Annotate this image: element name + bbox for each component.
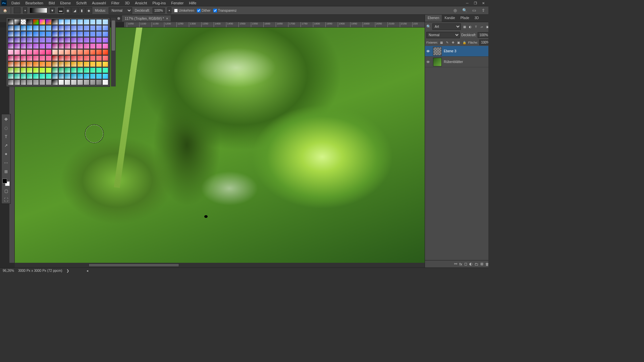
gradient-swatch[interactable] — [96, 37, 102, 43]
gradient-swatch[interactable] — [26, 19, 33, 25]
gradient-swatch[interactable] — [8, 37, 14, 43]
gradient-swatch[interactable] — [96, 49, 102, 55]
gradient-swatch[interactable] — [20, 43, 26, 49]
gradient-radial-icon[interactable]: ◉ — [64, 7, 71, 14]
gradient-swatch[interactable] — [84, 31, 90, 37]
gradient-swatch[interactable] — [46, 43, 52, 49]
gradient-swatch[interactable] — [33, 79, 39, 85]
gradient-swatch[interactable] — [14, 55, 20, 61]
fill-input[interactable] — [479, 40, 488, 45]
document-tab[interactable]: 117% (Tropfen, RGB/8#) * × — [122, 15, 171, 21]
modus-select[interactable]: Normal — [109, 7, 132, 14]
gradient-swatch[interactable] — [39, 37, 45, 43]
mask-icon[interactable]: ◻ — [464, 262, 467, 266]
gradient-swatch[interactable] — [102, 37, 108, 43]
menu-filter[interactable]: Filter — [109, 0, 122, 6]
gradient-swatch[interactable] — [84, 49, 90, 55]
blend-mode-select[interactable]: Normal — [426, 32, 460, 38]
gradient-swatch[interactable] — [33, 61, 39, 67]
gradient-swatch[interactable] — [20, 61, 26, 67]
window-minimize[interactable]: ─ — [464, 0, 471, 6]
gradient-swatch[interactable] — [8, 49, 14, 55]
gradient-swatch[interactable] — [26, 37, 33, 43]
window-restore[interactable]: ❐ — [472, 0, 479, 6]
gradient-swatch[interactable] — [46, 49, 52, 55]
gradient-swatch[interactable] — [58, 25, 64, 31]
gradient-swatch[interactable] — [14, 49, 20, 55]
gradient-swatch[interactable] — [8, 73, 14, 79]
gradient-swatch[interactable] — [46, 55, 52, 61]
gradient-swatch[interactable] — [20, 49, 26, 55]
gradient-swatch[interactable] — [39, 49, 45, 55]
layer-row[interactable]: 👁 Ebene 3 — [425, 46, 488, 57]
gradient-swatch[interactable] — [52, 43, 58, 49]
gradient-swatch[interactable] — [96, 55, 102, 61]
filter-type-icon[interactable]: T — [474, 24, 478, 29]
fx-icon[interactable]: fx — [459, 262, 462, 266]
screenmode-icon[interactable]: ⛶ — [2, 196, 10, 203]
tab-ebenen[interactable]: Ebenen — [425, 15, 442, 22]
home-icon[interactable]: 🏠 — [2, 7, 8, 13]
gradient-swatch[interactable] — [102, 25, 108, 31]
dither-check[interactable]: Dither — [197, 9, 211, 12]
gradient-swatch[interactable] — [64, 49, 70, 55]
gradient-swatch[interactable] — [77, 73, 83, 79]
lock-all-icon[interactable]: 🔒 — [462, 40, 467, 45]
edit-toolbar[interactable]: ⊞ — [2, 168, 10, 175]
gradient-swatch[interactable] — [39, 67, 45, 73]
new-layer-icon[interactable]: ⊞ — [480, 262, 483, 266]
gradient-swatch[interactable] — [8, 25, 14, 31]
move-tool[interactable]: ✥ — [2, 116, 10, 123]
gradient-swatch[interactable] — [102, 19, 108, 25]
gradient-swatch[interactable] — [71, 19, 77, 25]
menu-bearbeiten[interactable]: Bearbeiten — [23, 0, 46, 6]
gradient-swatch[interactable] — [26, 79, 33, 85]
share-icon[interactable]: ⇪ — [480, 7, 486, 13]
gradient-swatch[interactable] — [64, 37, 70, 43]
gradient-swatch[interactable] — [52, 73, 58, 79]
gradient-swatch[interactable] — [39, 79, 45, 85]
gradient-swatch[interactable] — [71, 79, 77, 85]
gradient-swatch[interactable] — [26, 73, 33, 79]
gradient-swatch[interactable] — [20, 67, 26, 73]
gradient-swatch[interactable] — [71, 43, 77, 49]
gradient-swatch[interactable] — [58, 37, 64, 43]
gradient-swatch[interactable] — [39, 31, 45, 37]
gradient-swatch[interactable] — [102, 67, 108, 73]
gradient-swatch[interactable] — [33, 31, 39, 37]
gradient-swatch[interactable] — [52, 25, 58, 31]
tool-preset[interactable] — [14, 7, 20, 13]
gradient-swatch[interactable] — [46, 31, 52, 37]
gradient-swatch[interactable] — [14, 25, 20, 31]
gradient-swatch[interactable] — [14, 67, 20, 73]
gradient-swatch[interactable] — [26, 55, 33, 61]
gradient-swatch[interactable] — [26, 49, 33, 55]
close-icon[interactable]: × — [166, 16, 168, 20]
gradient-swatch[interactable] — [90, 79, 96, 85]
lock-paint-icon[interactable]: ✎ — [445, 40, 450, 45]
gradient-swatch[interactable] — [64, 79, 70, 85]
tab-3d[interactable]: 3D — [472, 15, 482, 22]
menu-ansicht[interactable]: Ansicht — [132, 0, 150, 6]
gradient-swatch[interactable] — [77, 67, 83, 73]
gradient-swatch[interactable] — [26, 31, 33, 37]
gradient-scrollbar[interactable] — [111, 18, 116, 86]
scrollbar-horizontal[interactable] — [15, 263, 425, 267]
gradient-swatch[interactable] — [84, 43, 90, 49]
gradient-swatch[interactable] — [8, 43, 14, 49]
gradient-swatch[interactable] — [14, 79, 20, 85]
gradient-swatch[interactable] — [102, 43, 108, 49]
filter-pixel-icon[interactable]: ▦ — [462, 24, 467, 29]
type-tool[interactable]: T — [2, 133, 10, 140]
gradient-swatch[interactable] — [96, 79, 102, 85]
gradient-swatch[interactable] — [8, 61, 14, 67]
gradient-swatch[interactable] — [102, 55, 108, 61]
gradient-swatch[interactable] — [33, 19, 39, 25]
layer-row[interactable]: 👁 Rübenblätter — [425, 57, 488, 67]
gradient-swatch[interactable] — [71, 31, 77, 37]
workspace-icon[interactable]: ▭ — [471, 7, 477, 13]
gradient-diamond-icon[interactable]: ◆ — [86, 7, 92, 14]
gradient-swatch[interactable] — [20, 31, 26, 37]
gradient-swatch[interactable] — [90, 49, 96, 55]
gradient-swatch[interactable] — [20, 79, 26, 85]
